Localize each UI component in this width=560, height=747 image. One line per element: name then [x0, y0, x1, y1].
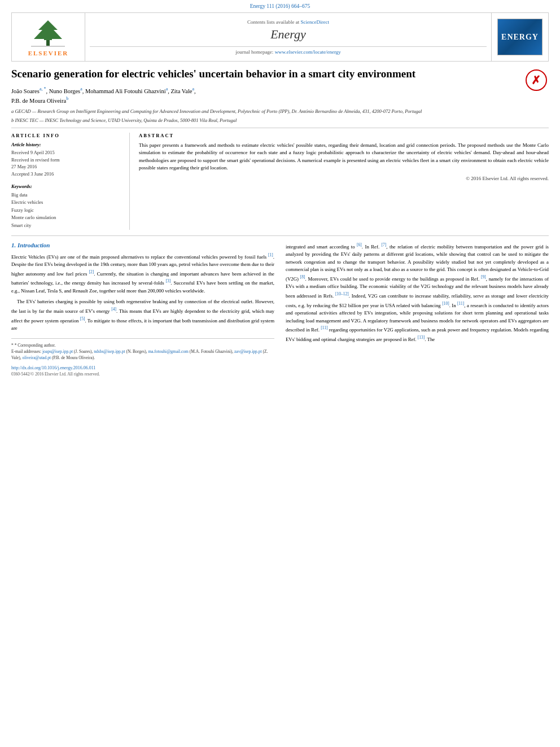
ref-4[interactable]: [4] — [111, 307, 116, 312]
authors-line: João Soaresa, *, Nuno Borgesa, Mohammad … — [11, 86, 549, 106]
revised-text: Received in revised form — [11, 157, 60, 163]
crossmark-badge[interactable]: ✗ — [523, 67, 549, 93]
author-nuno: Nuno Borges — [49, 88, 81, 94]
section-divider — [11, 235, 549, 236]
elsevier-logo-section: ELSEVIER — [12, 13, 85, 61]
accepted-date: Accepted 3 June 2016 — [11, 171, 123, 178]
author-zita: Zita Vale — [170, 88, 192, 94]
issn-line: 0360-5442/© 2016 Elsevier Ltd. All right… — [11, 372, 274, 377]
right-para1: integrated and smart according to [6]. I… — [286, 242, 549, 344]
article-info-column: ARTICLE INFO Article history: Received 9… — [11, 133, 130, 230]
sciencedirect-text: ScienceDirect — [301, 19, 329, 25]
ref-6[interactable]: [6] — [357, 242, 362, 247]
intro-para1: Electric Vehicles (EVs) are one of the m… — [11, 252, 274, 295]
homepage-url: www.elsevier.com/locate/energy — [275, 49, 341, 55]
ref-7[interactable]: [7] — [382, 242, 387, 247]
main-content: 1. Introduction Electric Vehicles (EVs) … — [11, 242, 549, 377]
journal-center-info: Contents lists available at ScienceDirec… — [85, 13, 492, 61]
kw-bigdata: Big data — [11, 191, 123, 199]
ref-9[interactable]: [9] — [481, 274, 486, 279]
received-date: Received 9 April 2015 — [11, 150, 123, 156]
doi-url-text: http://dx.doi.org/10.1016/j.energy.2016.… — [11, 365, 95, 370]
ref-3[interactable]: [3] — [166, 278, 171, 283]
email-pb[interactable]: oliveira@utad.pt — [23, 355, 51, 360]
email-mohammad[interactable]: ma.fotouhi@gmail.com — [148, 349, 188, 354]
article-body: Scenario generation for electric vehicle… — [11, 67, 549, 377]
journal-title: Energy — [270, 27, 306, 42]
footnote-area: * * Corresponding author. E-mail address… — [11, 338, 274, 377]
intro-number: 1. — [11, 242, 16, 248]
revised-date-val: 27 May 2016 — [11, 164, 37, 169]
intro-body: Electric Vehicles (EVs) are one of the m… — [11, 252, 274, 333]
journal-cover-section: ENERGY — [492, 13, 548, 61]
intro-column: 1. Introduction Electric Vehicles (EVs) … — [11, 242, 274, 377]
revised-date: Received in revised form 27 May 2016 — [11, 157, 123, 171]
homepage-line: journal homepage: www.elsevier.com/locat… — [235, 49, 341, 55]
journal-cover-image: ENERGY — [497, 19, 542, 55]
contents-line: Contents lists available at ScienceDirec… — [247, 19, 329, 25]
ref-11b[interactable]: [11] — [321, 325, 327, 330]
keywords-section: Keywords: Big data Electric vehicles Fuz… — [11, 184, 123, 230]
ref-5[interactable]: [5] — [80, 316, 85, 321]
keywords-label: Keywords: — [11, 184, 123, 189]
kw-smartcity: Smart city — [11, 222, 123, 230]
right-content-column: integrated and smart according to [6]. I… — [286, 242, 549, 377]
affiliation-a: a GECAD — Research Group on Intelligent … — [11, 108, 549, 115]
ref-2[interactable]: [2] — [89, 269, 94, 274]
article-info-abstract: ARTICLE INFO Article history: Received 9… — [11, 133, 549, 230]
svg-marker-1 — [34, 20, 62, 40]
intro-title: Introduction — [18, 242, 50, 248]
affil-divider — [11, 128, 549, 128]
elsevier-text: ELSEVIER — [28, 50, 69, 56]
ref-1[interactable]: [1] — [268, 252, 273, 257]
ref-10-12[interactable]: [10–12] — [335, 291, 349, 296]
header-divider — [90, 46, 487, 47]
kw-ev: Electric vehicles — [11, 199, 123, 207]
corresponding-author-note: * * Corresponding author. — [11, 342, 274, 348]
abstract-column: ABSTRACT This paper presents a framework… — [139, 133, 549, 230]
journal-info-text: Energy 111 (2016) 664–675 — [250, 3, 310, 9]
journal-header: ELSEVIER Contents lists available at Sci… — [11, 12, 549, 62]
elsevier-logo: ELSEVIER — [28, 18, 69, 56]
journal-cover-text: ENERGY — [501, 33, 539, 42]
author-joao: João Soares — [11, 88, 40, 94]
intro-section-title: 1. Introduction — [11, 242, 274, 248]
affiliation-b: b INESC TEC — INESC Technology and Scien… — [11, 117, 549, 124]
article-title-text: Scenario generation for electric vehicle… — [11, 68, 415, 80]
email-nuno[interactable]: ndsbs@isep.ipp.pt — [94, 349, 125, 354]
email-label: E-mail addresses: — [11, 349, 41, 354]
homepage-link[interactable]: www.elsevier.com/locate/energy — [275, 49, 341, 55]
email-joao[interactable]: joaps@isep.ipp.pt — [42, 349, 73, 354]
sciencedirect-link[interactable]: ScienceDirect — [301, 19, 329, 25]
article-info-header: ARTICLE INFO — [11, 133, 123, 138]
affil-b-text: b INESC TEC — INESC Technology and Scien… — [11, 117, 237, 123]
homepage-label: journal homepage: — [235, 49, 273, 55]
right-body-text: integrated and smart according to [6]. I… — [286, 242, 549, 344]
crossmark-icon: ✗ — [526, 69, 547, 91]
history-label: Article history: — [11, 142, 123, 147]
email-zita[interactable]: zav@isep.ipp.pt — [234, 349, 262, 354]
ref-10[interactable]: [10] — [442, 301, 449, 306]
copyright-line: © 2016 Elsevier Ltd. All rights reserved… — [139, 176, 549, 181]
abstract-header: ABSTRACT — [139, 133, 549, 138]
ref-13[interactable]: [13] — [418, 335, 425, 340]
journal-citation: Energy 111 (2016) 664–675 — [0, 0, 560, 10]
elsevier-tree-icon — [28, 18, 68, 49]
author-mohammad: Mohammad Ali Fotouhi Ghazvini — [85, 88, 166, 94]
author-pb: P.B. de Moura Oliveira — [11, 97, 66, 103]
ref-8[interactable]: [8] — [300, 274, 305, 279]
corresponding-text: * Corresponding author. — [15, 343, 56, 348]
affil-a-text: a GECAD — Research Group on Intelligent … — [11, 108, 422, 114]
doi-line: http://dx.doi.org/10.1016/j.energy.2016.… — [11, 365, 274, 370]
kw-montecarlo: Monte carlo simulation — [11, 214, 123, 222]
ref-11[interactable]: [11] — [457, 301, 464, 306]
contents-text: Contents lists available at — [247, 19, 299, 25]
email-footnote: E-mail addresses: joaps@isep.ipp.pt (J. … — [11, 348, 274, 361]
svg-rect-0 — [46, 40, 50, 46]
intro-para2: The EVs' batteries charging is possible … — [11, 298, 274, 332]
svg-rect-2 — [31, 46, 65, 47]
kw-fuzzy: Fuzzy logic — [11, 207, 123, 215]
article-title: Scenario generation for electric vehicle… — [11, 67, 549, 81]
abstract-text: This paper presents a framework and meth… — [139, 142, 549, 172]
doi-link[interactable]: http://dx.doi.org/10.1016/j.energy.2016.… — [11, 365, 95, 370]
